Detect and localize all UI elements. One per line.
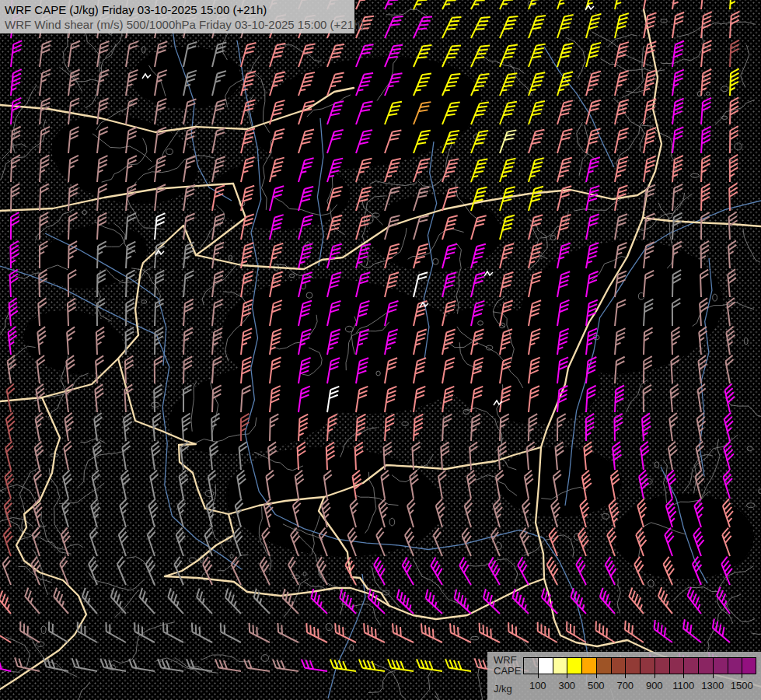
wind-barb xyxy=(188,622,216,642)
black-patch xyxy=(34,216,152,296)
wind-barb xyxy=(0,621,15,642)
wind-barb xyxy=(612,442,623,470)
contour-squiggle xyxy=(684,435,738,492)
wind-barb xyxy=(730,97,738,124)
wind-barb xyxy=(615,12,629,40)
wind-barb xyxy=(68,40,80,68)
contour-loop xyxy=(303,572,306,576)
map-canvas xyxy=(0,0,761,700)
wind-barb xyxy=(159,622,187,642)
wind-barb xyxy=(126,299,134,326)
wind-barb xyxy=(615,0,629,11)
wind-barb xyxy=(557,98,573,127)
wind-barb xyxy=(300,660,328,671)
wind-barb xyxy=(356,414,366,442)
legend-color-cell xyxy=(655,657,669,674)
wind-barb xyxy=(79,588,103,614)
contour-loop xyxy=(661,19,667,23)
wind-barb xyxy=(466,471,479,499)
contour-loop xyxy=(747,446,752,451)
wind-barb xyxy=(586,414,595,441)
wind-barb xyxy=(597,588,621,614)
wind-barb xyxy=(286,557,305,585)
wind-barb xyxy=(640,442,651,470)
wind-barb xyxy=(356,184,372,213)
wind-barb xyxy=(442,156,459,184)
wind-barb xyxy=(586,40,601,68)
legend-color-cell xyxy=(567,657,581,674)
wind-barb xyxy=(229,557,248,585)
wind-barb xyxy=(5,413,19,441)
wind-barb xyxy=(108,588,132,614)
contour-loop xyxy=(402,422,408,425)
wind-barb xyxy=(492,499,508,527)
wind-barb xyxy=(500,156,516,185)
wind-barb xyxy=(40,184,49,211)
contour-loop xyxy=(141,300,147,304)
contour-squiggle xyxy=(89,572,145,590)
wind-barb xyxy=(672,0,684,11)
contour-squiggle xyxy=(201,655,251,662)
wind-barb xyxy=(385,0,403,12)
wind-barb xyxy=(471,156,487,184)
wind-barb xyxy=(414,156,430,184)
wind-barb xyxy=(614,414,623,441)
contour-squiggle xyxy=(0,518,33,527)
wind-barb xyxy=(241,69,256,97)
contour-loop xyxy=(691,173,700,177)
wind-barb xyxy=(7,355,19,383)
contour-loop xyxy=(383,590,389,595)
wind-barb xyxy=(642,413,652,441)
wind-barb xyxy=(212,299,223,327)
legend-tick-label: 1100 xyxy=(672,680,694,691)
wind-barb xyxy=(668,413,680,441)
wind-barb xyxy=(615,156,628,184)
wind-barb xyxy=(194,588,218,614)
wind-barb xyxy=(500,99,517,127)
contour-squiggle xyxy=(477,49,524,74)
legend-tick-label: 1300 xyxy=(701,680,724,691)
wind-barb xyxy=(389,623,417,642)
wind-barb xyxy=(119,499,134,527)
wind-barb xyxy=(615,385,624,412)
wind-barb xyxy=(154,385,162,412)
wind-barb xyxy=(709,619,735,642)
wind-barb xyxy=(626,588,649,614)
wind-barb xyxy=(136,588,160,614)
wind-barb xyxy=(644,126,656,154)
contour-loop xyxy=(722,116,728,119)
wind-barb xyxy=(500,70,517,98)
wind-barb xyxy=(586,156,600,184)
wind-barb xyxy=(701,126,711,154)
contour-squiggle xyxy=(77,452,122,488)
wind-barb xyxy=(33,442,47,470)
river xyxy=(544,47,614,167)
wind-barb xyxy=(672,184,682,212)
wind-barb xyxy=(730,126,738,153)
contour-loop xyxy=(735,143,742,150)
cape-legend: WRF CAPE J/kg 10030050070090011001300150… xyxy=(487,652,761,700)
wind-barb xyxy=(529,184,543,212)
wind-barb xyxy=(724,355,738,383)
contour-loop xyxy=(229,255,232,261)
contour-squiggle xyxy=(677,22,756,37)
wind-barb xyxy=(212,270,224,298)
contour-squiggle xyxy=(579,125,589,176)
wind-barb xyxy=(557,127,572,156)
wind-barb xyxy=(529,99,545,127)
wind-barb xyxy=(701,155,710,182)
wind-barb xyxy=(621,621,648,642)
wind-barb xyxy=(148,499,162,527)
wind-barb xyxy=(358,660,386,671)
contour-squiggle xyxy=(613,98,644,151)
wind-barb xyxy=(415,659,443,671)
wind-barb xyxy=(16,621,44,642)
legend-color-cell xyxy=(669,657,684,674)
wind-barb xyxy=(414,414,423,442)
wind-barb xyxy=(457,558,478,585)
wind-barb xyxy=(529,12,546,40)
wind-barb xyxy=(442,271,456,299)
wind-barb xyxy=(212,327,222,355)
wind-barb xyxy=(123,413,134,441)
wind-barb xyxy=(356,213,371,242)
